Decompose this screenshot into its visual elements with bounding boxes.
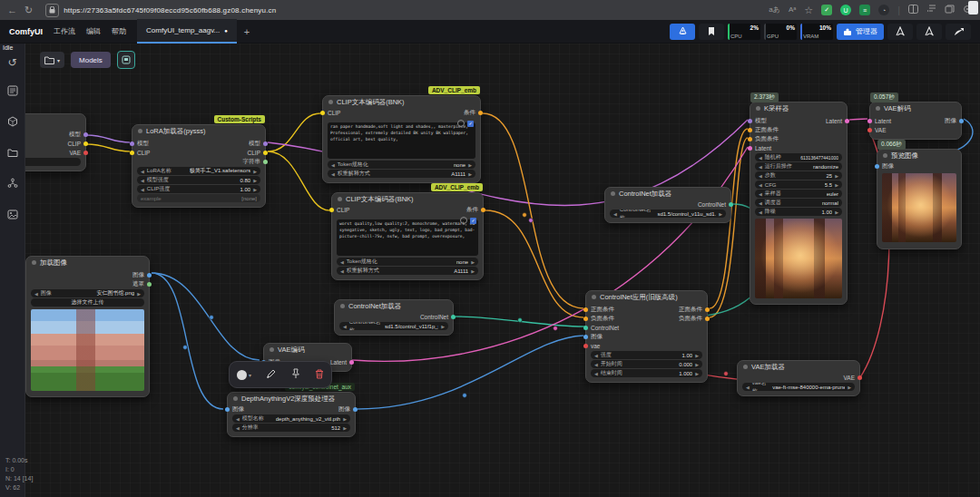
gallery-icon[interactable] — [7, 207, 18, 223]
history-icon[interactable]: ↺ — [7, 56, 16, 69]
node-library-icon[interactable] — [7, 114, 18, 131]
collapse-dot[interactable] — [32, 260, 36, 265]
input-port-clip[interactable]: CLIP — [137, 150, 150, 156]
output-port-latent[interactable]: Latent — [330, 359, 347, 365]
widget-example[interactable]: example[none] — [137, 194, 260, 202]
output-port-model[interactable]: 模型 — [69, 131, 81, 139]
node-controlnet-loader-1[interactable]: ControlNet加载器 ControlNet ◀ControlNet名称sd… — [334, 299, 454, 336]
queue-button[interactable] — [670, 24, 695, 40]
browser-panel-stub[interactable] — [968, 1, 978, 15]
collapse-dot[interactable] — [138, 129, 142, 133]
output-port-model[interactable]: 模型 — [249, 140, 260, 148]
widget-scheduler[interactable]: ◀调度器normal — [755, 199, 842, 207]
toggle-check-icon[interactable]: ✓ — [467, 121, 474, 127]
widget-vae-name[interactable]: ◀vae名称vae-ft-mse-840000-ema-pruned...▶ — [742, 383, 855, 391]
input-port-negative[interactable]: 负面条件 — [591, 315, 614, 323]
output-port-image[interactable]: 图像 — [945, 117, 956, 125]
translate-icon[interactable]: aあ — [769, 6, 780, 14]
extension-green-icon[interactable]: ≡ — [859, 5, 870, 15]
toggle-circle-icon[interactable] — [460, 217, 467, 224]
input-port-image[interactable]: 图像 — [882, 162, 894, 171]
models-button[interactable]: Models — [71, 52, 111, 68]
logo-icon-1[interactable] — [887, 24, 913, 40]
menu-help[interactable]: 帮助 — [112, 26, 126, 36]
widget-controlnet-name[interactable]: ◀ControlNet名称sd1.5/control_v11f1p_s...▶ — [339, 322, 448, 330]
input-port-image[interactable]: 图像 — [591, 333, 603, 341]
widget-cfg[interactable]: ◀CFG5.5▶ — [755, 180, 842, 189]
output-port-negative[interactable]: 负面条件 — [679, 315, 702, 323]
collapse-dot[interactable] — [743, 365, 748, 369]
input-port-latent[interactable]: Latent — [875, 118, 891, 124]
dark-mode-icon[interactable]: ◔ — [878, 5, 889, 15]
collapse-dot[interactable] — [592, 295, 596, 299]
lock-icon[interactable] — [45, 4, 59, 17]
queue-list-icon[interactable] — [7, 83, 18, 100]
url-text[interactable]: https://27363a5fdc6745f09f08eccd95c60fb6… — [64, 6, 276, 15]
widget-seed[interactable]: ◀随机种613136477441000 — [755, 153, 842, 161]
widget-end-percent[interactable]: ◀结束时间1.000▶ — [591, 369, 702, 377]
workflow-folder-button[interactable]: ▾ — [40, 52, 64, 68]
input-port-model[interactable]: 模型 — [137, 140, 149, 148]
extension-u-icon[interactable]: U — [840, 5, 851, 15]
widget-weight-interpretation[interactable]: ◀权重解释方式A1111▶ — [328, 170, 475, 178]
collapse-dot[interactable] — [340, 304, 345, 308]
output-port-image[interactable]: 图像 — [338, 405, 350, 414]
input-port-latent[interactable]: Latent — [755, 145, 771, 151]
node-lora-loader[interactable]: Custom-Scripts LoRA加载器(pysss) 模型模型 CLIPC… — [132, 124, 266, 208]
widget-image-file[interactable]: ◀图像安仁图书馆.png▶ — [31, 289, 144, 297]
canvas-view-button[interactable] — [117, 51, 135, 69]
collapse-dot[interactable] — [883, 153, 887, 158]
collapse-dot[interactable] — [338, 197, 342, 201]
manager-button[interactable]: 管理器 — [837, 24, 884, 40]
node-controlnet-apply[interactable]: ControlNet应用(旧版高级) 正面条件正面条件 负面条件负面条件 Con… — [585, 290, 708, 383]
toggle-circle-icon[interactable] — [457, 120, 465, 127]
widget-sampler[interactable]: ◀采样器euler — [755, 190, 842, 198]
output-port-controlnet[interactable]: ControlNet — [698, 201, 726, 208]
widget-steps[interactable]: ◀步数25▶ — [755, 171, 842, 180]
split-screen-icon[interactable] — [908, 5, 918, 15]
node-clip-encode-positive[interactable]: ADV_CLIP_emb CLIP文本编码器(BNK) CLIP条件 ✓ ran… — [322, 95, 481, 183]
widget-depth-model[interactable]: ◀模型名称depth_anything_v2_vitl.pth▶ — [232, 414, 350, 423]
color-swatch-button[interactable]: ▾ — [237, 370, 251, 380]
pin-icon[interactable] — [291, 366, 300, 383]
collapse-dot[interactable] — [328, 100, 333, 104]
workflows-folder-icon[interactable] — [7, 145, 18, 161]
read-aloud-icon[interactable]: Aᵃ — [789, 6, 796, 14]
output-port-string[interactable]: 字符串 — [243, 158, 261, 166]
input-port-positive[interactable]: 正面条件 — [755, 126, 779, 134]
favorites-bar-icon[interactable] — [926, 5, 936, 15]
unsaved-dot-icon[interactable]: ● — [224, 28, 228, 34]
widget-controlnet-name[interactable]: ◀ControlNet名称sd1.5/control_v11u_sd1...▶ — [610, 210, 726, 218]
output-port-vae[interactable]: VAE — [69, 150, 81, 156]
extension-shield-icon[interactable]: ✓ — [821, 5, 832, 15]
reload-icon[interactable]: ↻ — [24, 5, 33, 15]
node-preview-image[interactable]: 0.066秒 预览图像 图像 — [877, 149, 962, 249]
output-port-mask[interactable]: 遮罩 — [132, 280, 144, 288]
collections-icon[interactable] — [945, 5, 955, 15]
input-port-controlnet[interactable]: ControlNet — [591, 325, 619, 331]
node-vae-loader[interactable]: VAE加载器 VAE ◀vae名称vae-ft-mse-840000-ema-p… — [737, 360, 860, 396]
node-controlnet-loader-2[interactable]: ControlNet加载器 ControlNet ◀ControlNet名称sd… — [604, 187, 731, 223]
logo-icon-2[interactable] — [916, 24, 942, 40]
menu-workflow[interactable]: 工作流 — [54, 26, 75, 36]
output-port-image[interactable]: 图像 — [132, 271, 144, 279]
address-bar[interactable]: https://27363a5fdc6745f09f08eccd95c60fb6… — [45, 4, 276, 17]
node-depth-anything[interactable]: comfyui_controlnet_aux DepthAnythingV2深度… — [227, 392, 356, 437]
input-port-negative[interactable]: 负面条件 — [755, 135, 779, 143]
widget-strength[interactable]: ◀强度1.00▶ — [591, 351, 702, 359]
collapse-dot[interactable] — [611, 191, 615, 196]
back-icon[interactable]: ← — [7, 5, 17, 15]
input-port-clip[interactable]: CLIP — [337, 207, 349, 213]
toggle-check-icon[interactable]: ✓ — [470, 218, 476, 224]
widget-clip-strength[interactable]: ◀CLIP强度1.00▶ — [137, 185, 260, 193]
widget-lora-name[interactable]: ◀LoRA名称极简手工_V1.safetensors▶ — [137, 167, 260, 175]
new-tab-button[interactable]: + — [244, 26, 250, 37]
upload-button[interactable]: 选择文件上传 — [31, 298, 144, 307]
delete-trash-icon[interactable] — [315, 366, 324, 383]
input-port-clip[interactable]: CLIP — [328, 110, 340, 116]
output-port-controlnet[interactable]: ControlNet — [420, 314, 448, 320]
input-port-model[interactable]: 模型 — [755, 117, 767, 125]
input-port-vae[interactable]: VAE — [875, 127, 887, 133]
widget-token-normalization[interactable]: ◀Token规格化none▶ — [337, 258, 478, 266]
output-port-cond[interactable]: 条件 — [466, 206, 478, 214]
